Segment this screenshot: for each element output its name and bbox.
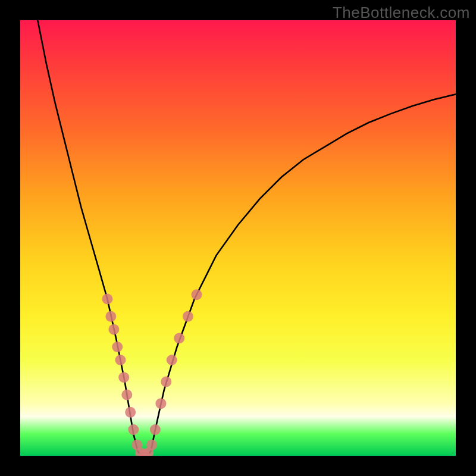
highlight-dot [128,424,139,435]
highlight-dot [146,440,157,450]
highlight-dot [105,311,116,322]
highlight-dots [102,289,202,456]
plot-area [20,20,456,456]
curve-layer [20,20,456,456]
highlight-dot [174,333,184,343]
highlight-dot [118,372,129,383]
highlight-dot [112,342,123,352]
highlight-dot [167,355,177,365]
chart-frame: TheBottleneck.com [0,0,476,476]
highlight-dot [150,424,161,435]
highlight-dot [121,390,132,400]
highlight-dot [125,407,136,418]
highlight-dot [108,324,119,335]
highlight-dot [115,355,126,365]
highlight-dot [155,398,166,409]
highlight-dot [161,377,171,387]
bottleneck-curve [37,20,456,456]
watermark-text: TheBottleneck.com [333,4,470,22]
highlight-dot [192,289,202,300]
highlight-dot [102,294,112,305]
highlight-dot [183,311,193,322]
